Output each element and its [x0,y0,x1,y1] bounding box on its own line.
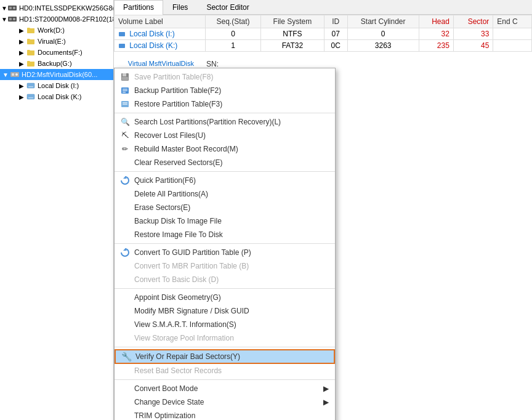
shovel-icon: ⛏ [119,130,131,141]
svg-rect-24 [123,104,127,105]
menu-item-convert-mbr[interactable]: Convert To MBR Partition Table (B) [115,259,335,273]
submenu-arrow-device: ▶ [317,398,329,406]
menu-label-convert-boot: Convert Boot Mode [134,384,198,393]
menu-item-convert-boot[interactable]: Convert Boot Mode ▶ [115,382,335,395]
menu-label-recover-lost: Recover Lost Files(U) [134,131,206,140]
menu-label-view-storage: View Storage Pool Information [134,334,234,342]
menu-item-clear-reserved[interactable]: Clear Reserved Sectors(E) [115,156,335,169]
menu-item-modify-mbr[interactable]: Modify MBR Signature / Disk GUID [115,304,335,318]
clear-icon [119,157,131,168]
svg-rect-20 [123,91,127,92]
menu-label-restore-image: Restore Image File To Disk [134,230,223,239]
menu-item-backup-disk[interactable]: Backup Disk To Image File [115,214,335,228]
menu-label-appoint-disk: Appoint Disk Geometry(G) [134,293,221,302]
restore-image-icon [119,229,131,240]
menu-label-change-device: Change Device State [134,398,204,406]
menu-label-search-lost: Search Lost Partitions(Partition Recover… [134,118,281,126]
menu-item-search-lost[interactable]: 🔍 Search Lost Partitions(Partition Recov… [115,115,335,129]
menu-item-convert-guid[interactable]: Convert To GUID Partition Table (P) [115,246,335,259]
quick-partition-icon [119,175,131,186]
menu-sep-2 [115,171,335,172]
floppy-icon [119,71,131,83]
delete-all-icon [119,188,131,200]
wrench-icon: 🔧 [121,351,132,362]
menu-label-reset-bad: Reset Bad Sector Records [134,366,222,375]
backup-icon [119,85,131,96]
svg-rect-17 [122,77,128,80]
device-state-icon [119,397,131,408]
svg-rect-21 [123,92,126,93]
storage-icon [119,333,131,344]
erase-icon [119,202,131,213]
menu-label-convert-basic: Convert To Basic Disk (D) [134,275,219,284]
pencil-icon: ✏ [119,143,131,155]
menu-item-appoint-disk[interactable]: Appoint Disk Geometry(G) [115,291,335,304]
context-menu-overlay: Save Partition Table(F8) Backup Partitio… [0,0,532,420]
backup-disk-icon [119,216,131,227]
restore-icon [119,99,131,110]
menu-label-quick-partition: Quick Partition(F6) [134,176,196,185]
search-icon: 🔍 [119,116,131,127]
menu-label-erase-sectors: Erase Sectors(E) [134,203,190,212]
menu-item-restore-image[interactable]: Restore Image File To Disk [115,228,335,241]
menu-item-rebuild-mbr[interactable]: ✏ Rebuild Master Boot Record(M) [115,142,335,156]
menu-label-verify-repair: Verify Or Repair Bad Sectors(Y) [135,352,240,361]
menu-label-delete-all: Delete All Partitions(A) [134,190,208,198]
menu-item-convert-basic[interactable]: Convert To Basic Disk (D) [115,273,335,286]
menu-item-change-device[interactable]: Change Device State ▶ [115,395,335,409]
boot-mode-icon [119,383,131,394]
menu-sep-6 [115,379,335,380]
menu-item-reset-bad[interactable]: Reset Bad Sector Records [115,364,335,378]
menu-sep-3 [115,243,335,244]
context-menu: Save Partition Table(F8) Backup Partitio… [114,68,336,420]
menu-label-convert-guid: Convert To GUID Partition Table (P) [134,248,251,257]
menu-label-save-partition: Save Partition Table(F8) [134,73,214,81]
menu-item-view-smart[interactable]: View S.M.A.R.T. Information(S) [115,318,335,331]
menu-label-rebuild-mbr: Rebuild Master Boot Record(M) [134,145,238,153]
menu-label-backup-disk: Backup Disk To Image File [134,217,222,225]
menu-label-restore-partition: Restore Partition Table(F3) [134,100,222,108]
svg-rect-19 [123,89,127,90]
smart-icon [119,319,131,330]
menu-item-restore-partition[interactable]: Restore Partition Table(F3) [115,97,335,111]
convert-guid-icon [119,247,131,258]
menu-item-view-storage[interactable]: View Storage Pool Information [115,331,335,345]
menu-item-delete-all[interactable]: Delete All Partitions(A) [115,187,335,201]
trim-icon [119,410,131,420]
menu-item-erase-sectors[interactable]: Erase Sectors(E) [115,201,335,214]
svg-rect-16 [123,73,126,76]
menu-item-save-partition[interactable]: Save Partition Table(F8) [115,70,335,84]
menu-item-quick-partition[interactable]: Quick Partition(F6) [115,174,335,187]
menu-label-convert-mbr: Convert To MBR Partition Table (B) [134,262,249,270]
menu-sep-5 [115,347,335,347]
menu-item-backup-partition[interactable]: Backup Partition Table(F2) [115,84,335,97]
menu-label-backup-partition: Backup Partition Table(F2) [134,86,221,95]
submenu-arrow-boot: ▶ [317,384,329,393]
modify-mbr-icon [119,305,131,317]
reset-bad-icon [119,365,131,376]
menu-item-trim[interactable]: TRIM Optimization [115,409,335,420]
menu-label-clear-reserved: Clear Reserved Sectors(E) [134,158,222,167]
menu-sep-4 [115,288,335,289]
convert-basic-icon [119,274,131,285]
menu-item-recover-lost[interactable]: ⛏ Recover Lost Files(U) [115,129,335,142]
menu-item-verify-repair[interactable]: 🔧 Verify Or Repair Bad Sectors(Y) [115,349,335,364]
convert-mbr-icon [119,260,131,272]
menu-label-modify-mbr: Modify MBR Signature / Disk GUID [134,307,249,315]
svg-rect-23 [123,102,127,103]
menu-label-trim: TRIM Optimization [134,411,195,420]
appoint-icon [119,292,131,303]
menu-sep-1 [115,113,335,113]
menu-label-view-smart: View S.M.A.R.T. Information(S) [134,320,236,329]
